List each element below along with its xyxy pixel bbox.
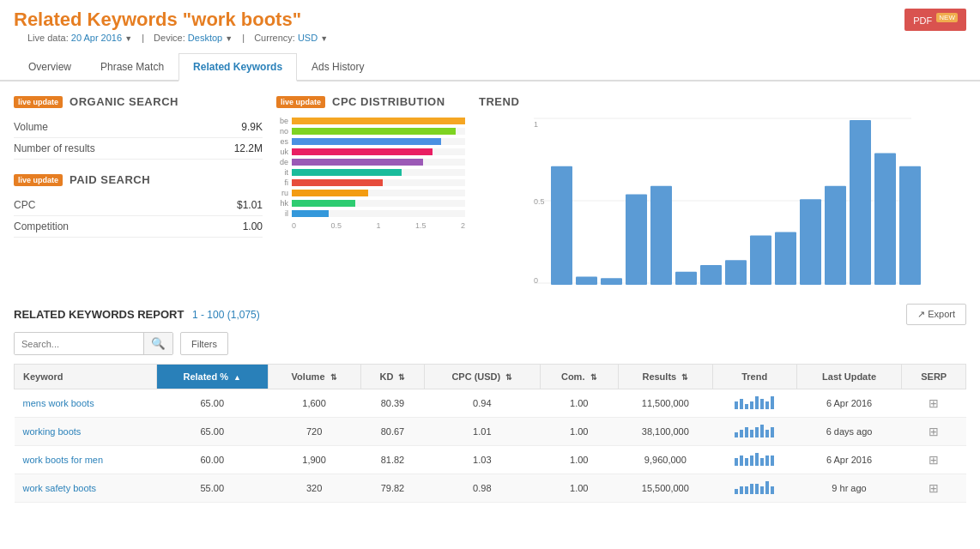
trend-bar <box>601 278 622 285</box>
tab-overview[interactable]: Overview <box>14 53 86 81</box>
paid-header: live update PAID SEARCH <box>14 173 263 186</box>
mini-trend-bar <box>771 427 774 437</box>
col-related[interactable]: Related % ▲ <box>157 365 268 389</box>
bar-label: il <box>276 209 288 218</box>
competition-label: Competition <box>14 220 69 232</box>
serp-icon[interactable]: ⊞ <box>929 396 939 410</box>
search-button[interactable]: 🔍 <box>143 333 172 354</box>
keyword-cell: work boots for men <box>15 446 157 474</box>
mini-trend-bar <box>765 455 769 466</box>
col-cpc[interactable]: CPC (USD) ⇅ <box>425 365 540 389</box>
live-badge-cpc: live update <box>276 96 325 108</box>
serp-icon[interactable]: ⊞ <box>929 481 939 495</box>
keyword-link[interactable]: working boots <box>23 426 82 437</box>
trend-title: TREND <box>479 95 966 108</box>
trend-bar <box>899 166 921 285</box>
report-range-link[interactable]: 1 - 100 (1,075) <box>192 309 260 321</box>
cpc-label: CPC <box>14 199 35 211</box>
table-row: work boots for men 60.00 1,900 81.82 1.0… <box>15 446 966 474</box>
trend-chart: 10.50 <box>479 115 966 287</box>
cpc-bar-row: hk <box>276 199 465 208</box>
mini-trend-bar <box>735 489 738 494</box>
mini-trend-bar <box>755 427 759 437</box>
bar-label: it <box>276 168 288 177</box>
mini-trend-bar <box>750 484 753 494</box>
tab-ads-history[interactable]: Ads History <box>297 53 378 81</box>
cpc-cell: 1.01 <box>425 418 540 446</box>
bar-label: es <box>276 137 288 146</box>
volume-cell: 720 <box>268 418 360 446</box>
mini-trend-bar <box>771 455 774 466</box>
volume-label: Volume <box>14 121 48 133</box>
cpc-bar-row: il <box>276 209 465 218</box>
trend-panel: TREND 10.50 <box>479 95 966 287</box>
table-row: working boots 65.00 720 80.67 1.01 1.00 … <box>15 418 966 446</box>
filters-button[interactable]: Filters <box>180 332 228 355</box>
bar-track <box>292 179 465 186</box>
results-cell: 38,100,000 <box>618 418 712 446</box>
cpc-header: live update CPC DISTRIBUTION <box>276 95 465 108</box>
bar-fill <box>292 159 423 166</box>
svg-text:1: 1 <box>534 120 538 129</box>
col-results[interactable]: Results ⇅ <box>618 365 712 389</box>
search-row: 🔍 Filters <box>14 332 966 355</box>
last-update-cell: 9 hr ago <box>796 474 902 503</box>
related-cell: 65.00 <box>157 389 268 418</box>
keyword-link[interactable]: mens work boots <box>23 398 94 408</box>
live-badge-paid: live update <box>14 174 63 186</box>
trend-cell <box>712 418 796 446</box>
chevron-down-icon2: ▼ <box>225 34 233 43</box>
com-cell: 1.00 <box>540 474 618 503</box>
serp-cell: ⊞ <box>902 446 966 474</box>
tab-phrase-match[interactable]: Phrase Match <box>86 53 178 81</box>
bar-label: ru <box>276 189 288 197</box>
volume-cell: 1,900 <box>268 446 360 474</box>
volume-value: 9.9K <box>241 121 263 133</box>
bar-label: uk <box>276 148 288 156</box>
trend-bar <box>800 199 821 285</box>
cpc-cell: 0.98 <box>425 474 540 503</box>
last-update-cell: 6 days ago <box>796 418 902 446</box>
kd-cell: 80.67 <box>360 418 424 446</box>
keyword-link[interactable]: work safety boots <box>23 483 97 493</box>
volume-cell: 1,600 <box>268 389 360 418</box>
trend-bar <box>725 260 747 285</box>
pdf-button[interactable]: PDF NEW <box>904 9 966 31</box>
col-kd[interactable]: KD ⇅ <box>360 365 424 389</box>
trend-cell <box>712 446 796 474</box>
mini-trend-bar <box>745 427 748 437</box>
device-link[interactable]: Desktop <box>188 33 222 43</box>
live-badge-organic: live update <box>14 96 63 108</box>
results-label: Number of results <box>14 142 95 154</box>
trend-bar <box>576 276 597 285</box>
keyword-link[interactable]: work boots for men <box>23 455 104 465</box>
cpc-panel: live update CPC DISTRIBUTION be no es uk <box>276 95 465 287</box>
mini-chart <box>735 424 775 437</box>
search-icon: 🔍 <box>151 337 166 350</box>
mini-trend-bar <box>740 486 743 494</box>
cpc-bar-row: es <box>276 137 465 146</box>
trend-bar <box>650 186 672 285</box>
col-volume[interactable]: Volume ⇅ <box>268 365 360 389</box>
date-link[interactable]: 20 Apr 2016 <box>71 33 122 43</box>
serp-icon[interactable]: ⊞ <box>929 425 939 438</box>
mini-trend-bar <box>745 458 748 466</box>
results-value: 12.2M <box>234 142 263 154</box>
cpc-cell: 1.03 <box>425 446 540 474</box>
bar-track <box>292 128 465 135</box>
serp-icon[interactable]: ⊞ <box>929 453 939 467</box>
bar-fill <box>292 190 368 196</box>
trend-cell <box>712 389 796 418</box>
col-serp: SERP <box>902 365 966 389</box>
cpc-bar-row: de <box>276 158 465 166</box>
cpc-value: $1.01 <box>237 199 263 211</box>
mini-trend-bar <box>771 486 774 494</box>
export-button[interactable]: ↗ Export <box>906 304 966 325</box>
mini-trend-bar <box>760 399 764 409</box>
currency-link[interactable]: USD <box>298 33 318 43</box>
col-com[interactable]: Com. ⇅ <box>540 365 618 389</box>
bar-track <box>292 190 465 196</box>
tab-related-keywords[interactable]: Related Keywords <box>178 53 297 81</box>
search-input[interactable] <box>15 333 143 354</box>
trend-bar <box>775 232 796 285</box>
